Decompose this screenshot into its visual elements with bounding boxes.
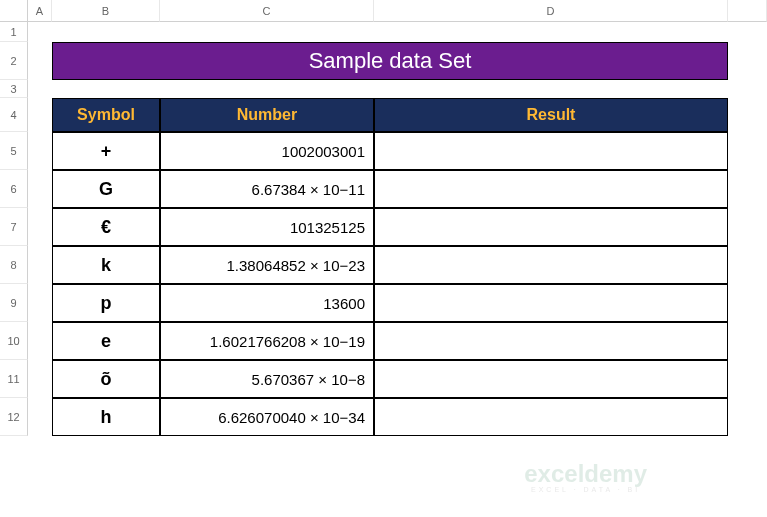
watermark-subtitle: EXCEL · DATA · BI	[524, 486, 647, 493]
watermark-title: exceldemy	[524, 460, 647, 488]
cell-a5[interactable]	[28, 132, 52, 170]
row-header-11[interactable]: 11	[0, 360, 28, 398]
table-row[interactable]: k	[52, 246, 160, 284]
table-row[interactable]: G	[52, 170, 160, 208]
row-header-8[interactable]: 8	[0, 246, 28, 284]
cell-a11[interactable]	[28, 360, 52, 398]
cell-a10[interactable]	[28, 322, 52, 360]
cell-e4[interactable]	[728, 98, 767, 132]
table-row[interactable]	[374, 170, 728, 208]
row-header-3[interactable]: 3	[0, 80, 28, 98]
col-header-b[interactable]: B	[52, 0, 160, 22]
row-header-1[interactable]: 1	[0, 22, 28, 42]
table-row[interactable]: e	[52, 322, 160, 360]
cell-a8[interactable]	[28, 246, 52, 284]
col-header-e[interactable]	[728, 0, 767, 22]
cell-e6[interactable]	[728, 170, 767, 208]
row-header-10[interactable]: 10	[0, 322, 28, 360]
col-header-d[interactable]: D	[374, 0, 728, 22]
header-number[interactable]: Number	[160, 98, 374, 132]
table-row[interactable]: 1.6021766208 × 10−19	[160, 322, 374, 360]
table-row[interactable]	[374, 398, 728, 436]
cell-c3[interactable]	[160, 80, 374, 98]
row-header-4[interactable]: 4	[0, 98, 28, 132]
table-row[interactable]: 6.626070040 × 10−34	[160, 398, 374, 436]
row-header-9[interactable]: 9	[0, 284, 28, 322]
row-header-7[interactable]: 7	[0, 208, 28, 246]
title-banner[interactable]: Sample data Set	[52, 42, 728, 80]
table-row[interactable]	[374, 208, 728, 246]
header-symbol[interactable]: Symbol	[52, 98, 160, 132]
col-header-a[interactable]: A	[28, 0, 52, 22]
cell-e2[interactable]	[728, 42, 767, 80]
cell-d1[interactable]	[374, 22, 728, 42]
cell-e9[interactable]	[728, 284, 767, 322]
table-row[interactable]	[374, 246, 728, 284]
cell-c1[interactable]	[160, 22, 374, 42]
table-row[interactable]	[374, 132, 728, 170]
cell-b3[interactable]	[52, 80, 160, 98]
cell-a9[interactable]	[28, 284, 52, 322]
table-row[interactable]: 5.670367 × 10−8	[160, 360, 374, 398]
col-header-c[interactable]: C	[160, 0, 374, 22]
table-row[interactable]	[374, 322, 728, 360]
spreadsheet-grid: A B C D 1 2 Sample data Set 3 4 Symbol N…	[0, 0, 767, 436]
table-row[interactable]: 101325125	[160, 208, 374, 246]
row-header-2[interactable]: 2	[0, 42, 28, 80]
cell-e10[interactable]	[728, 322, 767, 360]
table-row[interactable]: p	[52, 284, 160, 322]
cell-e12[interactable]	[728, 398, 767, 436]
header-result[interactable]: Result	[374, 98, 728, 132]
cell-e3[interactable]	[728, 80, 767, 98]
table-row[interactable]	[374, 284, 728, 322]
cell-e5[interactable]	[728, 132, 767, 170]
cell-e8[interactable]	[728, 246, 767, 284]
cell-e1[interactable]	[728, 22, 767, 42]
cell-a6[interactable]	[28, 170, 52, 208]
watermark: exceldemy EXCEL · DATA · BI	[524, 460, 647, 493]
grid-corner	[0, 0, 28, 22]
cell-a1[interactable]	[28, 22, 52, 42]
table-row[interactable]: 6.67384 × 10−11	[160, 170, 374, 208]
cell-a7[interactable]	[28, 208, 52, 246]
cell-b1[interactable]	[52, 22, 160, 42]
row-header-12[interactable]: 12	[0, 398, 28, 436]
cell-a3[interactable]	[28, 80, 52, 98]
table-row[interactable]: 1.38064852 × 10−23	[160, 246, 374, 284]
row-header-5[interactable]: 5	[0, 132, 28, 170]
cell-a2[interactable]	[28, 42, 52, 80]
cell-a4[interactable]	[28, 98, 52, 132]
cell-e7[interactable]	[728, 208, 767, 246]
table-row[interactable]	[374, 360, 728, 398]
row-header-6[interactable]: 6	[0, 170, 28, 208]
table-row[interactable]: €	[52, 208, 160, 246]
table-row[interactable]: 1002003001	[160, 132, 374, 170]
cell-a12[interactable]	[28, 398, 52, 436]
table-row[interactable]: +	[52, 132, 160, 170]
cell-e11[interactable]	[728, 360, 767, 398]
table-row[interactable]: 13600	[160, 284, 374, 322]
table-row[interactable]: õ	[52, 360, 160, 398]
table-row[interactable]: h	[52, 398, 160, 436]
cell-d3[interactable]	[374, 80, 728, 98]
